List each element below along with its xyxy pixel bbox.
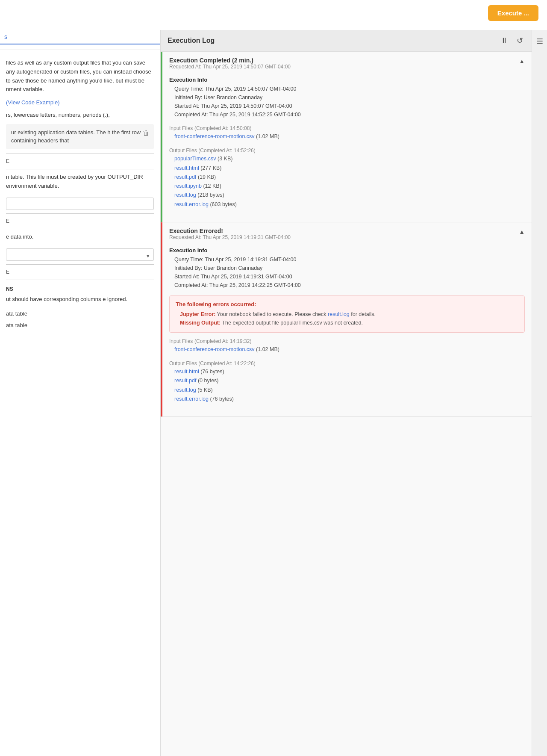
execution-entries: Execution Completed (2 min.) Requested A… [161, 52, 532, 756]
execution-entry-success: Execution Completed (2 min.) Requested A… [161, 52, 532, 222]
log-header: Execution Log ⏸ ↺ [161, 30, 532, 52]
success-output-file-3[interactable]: result.ipynb (12 KB) [169, 182, 525, 191]
execution-log-panel: Execution Log ⏸ ↺ Execution Completed (2… [160, 30, 532, 756]
collapse-success-button[interactable]: ▲ [519, 58, 525, 65]
error-output-file-1[interactable]: result.pdf (0 bytes) [169, 376, 525, 385]
entry-success-title: Execution Completed (2 min.) [169, 57, 291, 64]
label-e1: E [6, 157, 154, 165]
error-input-file-0[interactable]: front-conference-room-motion.csv (1.02 M… [169, 345, 525, 354]
top-bar: Execute ... [479, 0, 547, 26]
success-output-file-1[interactable]: result.html (277 KB) [169, 164, 525, 173]
data-table-item-1: ata table [6, 308, 154, 320]
input-block-1: 🗑 ur existing application data tables. T… [6, 124, 154, 149]
description-text-1: files as well as any custom output files… [6, 59, 154, 94]
success-input-files-title: Input Files (Completed At: 14:50:08) [169, 125, 525, 131]
section-ns: NS [6, 285, 154, 293]
jupyter-error-label: Jupyter Error: [180, 311, 215, 317]
select-wrapper [6, 246, 154, 261]
success-output-file-0[interactable]: popularTimes.csv (3 KB) [169, 154, 525, 163]
error-box-title: The following errors occurred: [176, 301, 518, 307]
entry-success-title-block: Execution Completed (2 min.) Requested A… [169, 57, 291, 75]
left-content-area: files as well as any custom output files… [0, 55, 160, 334]
missing-output-text: The expected output file popularTimes.cs… [222, 320, 363, 326]
entry-error-title-block: Execution Errored! Requested At: Thu Apr… [169, 227, 291, 245]
success-execution-info: Execution Info Query Time: Thu Apr 25, 2… [169, 77, 525, 119]
missing-output-label: Missing Output: [180, 320, 221, 326]
log-header-controls: ⏸ ↺ [499, 35, 525, 46]
jupyter-error-suffix: for details. [350, 311, 376, 317]
entry-error-subtitle: Requested At: Thu Apr 25, 2019 14:19:31 … [169, 234, 291, 240]
error-info-row-3: Completed At: Thu Apr 25, 2019 14:22:25 … [169, 281, 525, 289]
success-output-file-4[interactable]: result.log (218 bytes) [169, 191, 525, 200]
error-line-1: Jupyter Error: Your notebook failed to e… [176, 310, 518, 319]
text-table: n table. This file must be created by yo… [6, 173, 154, 191]
refresh-button[interactable]: ↺ [515, 35, 525, 46]
error-info-row-0: Query Time: Thu Apr 25, 2019 14:19:31 GM… [169, 255, 525, 264]
execution-entry-error: Execution Errored! Requested At: Thu Apr… [161, 222, 532, 417]
jupyter-error-text: Your notebook failed to execute. Please … [217, 311, 328, 317]
log-title: Execution Log [168, 37, 215, 44]
data-table-item-2: ata table [6, 320, 154, 331]
success-info-row-3: Completed At: Thu Apr 25, 2019 14:52:25 … [169, 110, 525, 119]
label-e2: E [6, 217, 154, 225]
error-output-file-2[interactable]: result.log (5 KB) [169, 386, 525, 395]
error-bar [161, 222, 162, 416]
collapse-error-button[interactable]: ▲ [519, 228, 525, 235]
left-panel: s files as well as any custom output fil… [0, 30, 160, 756]
entry-error-header: Execution Errored! Requested At: Thu Apr… [169, 227, 525, 245]
error-output-files-title: Output Files (Completed At: 14:22:26) [169, 360, 525, 366]
right-sidebar: ☰ [532, 30, 547, 756]
letters-hint: rs, lowercase letters, numbers, periods … [6, 111, 154, 120]
entry-success-header: Execution Completed (2 min.) Requested A… [169, 57, 525, 75]
pause-button[interactable]: ⏸ [499, 35, 510, 46]
error-input-files: Input Files (Completed At: 14:19:32) fro… [169, 338, 525, 354]
error-line-2: Missing Output: The expected output file… [176, 319, 518, 327]
entry-error-content: Execution Errored! Requested At: Thu Apr… [162, 222, 532, 416]
data-table-select[interactable] [6, 248, 154, 261]
entry-success-subtitle: Requested At: Thu Apr 25, 2019 14:50:07 … [169, 64, 291, 70]
success-info-title: Execution Info [169, 77, 525, 83]
table-input-1[interactable] [6, 198, 154, 210]
success-info-row-1: Initiated By: User Brandon Cannaday [169, 93, 525, 102]
error-info-title: Execution Info [169, 247, 525, 254]
error-box: The following errors occurred: Jupyter E… [169, 295, 525, 333]
result-log-link-1[interactable]: result.log [328, 311, 350, 317]
error-info-row-1: Initiated By: User Brandon Cannaday [169, 264, 525, 272]
success-input-files: Input Files (Completed At: 14:50:08) fro… [169, 125, 525, 141]
success-input-file-0[interactable]: front-conference-room-motion.csv (1.02 M… [169, 132, 525, 141]
text-cols: ut should have corresponding columns e i… [6, 295, 154, 304]
delete-icon-1[interactable]: 🗑 [143, 127, 150, 139]
nav-label[interactable]: s [0, 30, 160, 44]
entry-error-title: Execution Errored! [169, 227, 291, 234]
view-code-example-link[interactable]: (View Code Example) [6, 99, 59, 106]
list-icon[interactable]: ☰ [535, 35, 545, 48]
main-layout: s files as well as any custom output fil… [0, 30, 547, 756]
success-info-row-0: Query Time: Thu Apr 25, 2019 14:50:07 GM… [169, 85, 525, 93]
error-input-files-title: Input Files (Completed At: 14:19:32) [169, 338, 525, 344]
success-output-files-title: Output Files (Completed At: 14:52:26) [169, 147, 525, 154]
success-bar [161, 52, 162, 222]
text-into: e data into. [6, 233, 154, 242]
entry-success-content: Execution Completed (2 min.) Requested A… [162, 52, 532, 222]
error-output-files: Output Files (Completed At: 14:22:26) re… [169, 360, 525, 404]
label-e3: E [6, 268, 154, 276]
input-block-text-1: ur existing application data tables. The… [11, 128, 149, 145]
success-output-file-2[interactable]: result.pdf (19 KB) [169, 173, 525, 182]
error-info-row-2: Started At: Thu Apr 25, 2019 14:19:31 GM… [169, 272, 525, 281]
error-output-file-0[interactable]: result.html (76 bytes) [169, 367, 525, 376]
error-execution-info: Execution Info Query Time: Thu Apr 25, 2… [169, 247, 525, 289]
execute-button[interactable]: Execute ... [488, 5, 538, 21]
error-output-file-3[interactable]: result.error.log (76 bytes) [169, 395, 525, 404]
success-output-files: Output Files (Completed At: 14:52:26) po… [169, 147, 525, 209]
success-output-file-5[interactable]: result.error.log (603 bytes) [169, 200, 525, 209]
success-info-row-2: Started At: Thu Apr 25, 2019 14:50:07 GM… [169, 102, 525, 110]
